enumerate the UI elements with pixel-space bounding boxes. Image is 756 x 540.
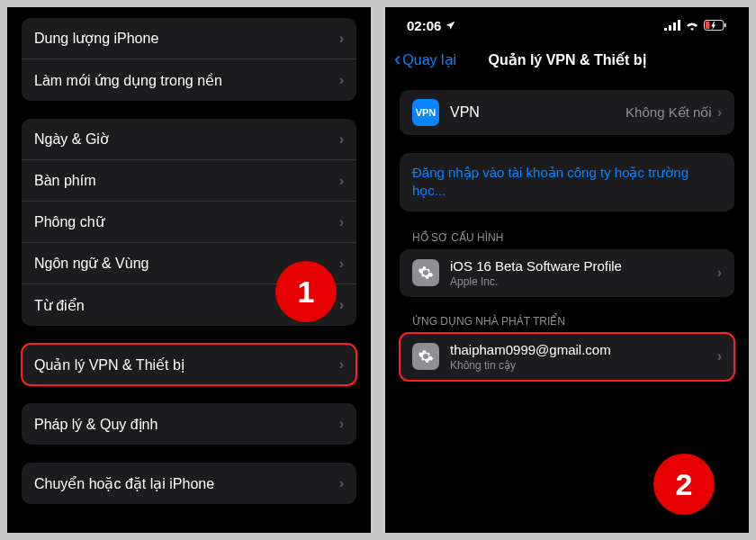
chevron-right-icon: › xyxy=(339,214,344,230)
settings-group-storage: Dung lượng iPhone › Làm mới ứng dụng tro… xyxy=(22,18,356,101)
svg-rect-1 xyxy=(669,25,671,31)
developer-subtitle: Không tin cậy xyxy=(450,359,717,372)
location-icon xyxy=(445,20,456,32)
sign-in-work-school[interactable]: Đăng nhập vào tài khoản công ty hoặc trư… xyxy=(400,153,734,212)
developer-title: thaipham0999@gmail.com xyxy=(450,342,717,357)
chevron-right-icon: › xyxy=(339,131,344,148)
row-fonts[interactable]: Phông chữ › xyxy=(22,202,356,243)
settings-group-legal: Pháp lý & Quy định › xyxy=(22,403,356,445)
row-label: Ngày & Giờ xyxy=(34,130,339,148)
back-button[interactable]: ‹ Quay lại xyxy=(394,48,456,71)
row-legal[interactable]: Pháp lý & Quy định › xyxy=(22,403,356,445)
section-header-profile: HỒ SƠ CẤU HÌNH xyxy=(400,231,734,249)
nav-bar: ‹ Quay lại Quản lý VPN & Thiết bị xyxy=(387,41,747,77)
row-background-refresh[interactable]: Làm mới ứng dụng trong nền › xyxy=(22,59,356,101)
row-label: Bàn phím xyxy=(34,173,339,189)
sign-in-label: Đăng nhập vào tài khoản công ty hoặc trư… xyxy=(412,165,688,198)
profile-group: iOS 16 Beta Software Profile Apple Inc. … xyxy=(400,249,734,297)
phone-left-settings-general: Dung lượng iPhone › Làm mới ứng dụng tro… xyxy=(7,7,371,533)
cellular-signal-icon xyxy=(664,20,680,31)
row-label: Phông chữ xyxy=(34,213,339,230)
status-time: 02:06 xyxy=(407,18,441,33)
settings-group-reset: Chuyển hoặc đặt lại iPhone › xyxy=(22,463,356,504)
row-label: Pháp lý & Quy định xyxy=(34,416,339,433)
gear-icon xyxy=(412,259,439,286)
vpn-icon: VPN xyxy=(412,99,439,126)
gear-icon xyxy=(412,343,439,370)
row-label: Quản lý VPN & Thiết bị xyxy=(34,356,339,374)
row-date-time[interactable]: Ngày & Giờ › xyxy=(22,119,356,160)
chevron-right-icon: › xyxy=(339,173,344,189)
row-value: Không Kết nối xyxy=(626,104,712,121)
chevron-left-icon: ‹ xyxy=(394,48,400,71)
svg-rect-0 xyxy=(664,28,667,31)
row-label: Dung lượng iPhone xyxy=(34,30,339,47)
step-badge-1: 1 xyxy=(275,261,337,322)
vpn-group: VPN VPN Không Kết nối › xyxy=(400,90,734,135)
row-label: VPN xyxy=(450,104,626,121)
step-badge-2: 2 xyxy=(653,454,715,515)
phone-right-vpn-device: 02:06 ‹ Quay lại Quản lý VPN & Thiết bị xyxy=(385,7,749,533)
settings-group-vpn-device: Quản lý VPN & Thiết bị › xyxy=(22,344,356,385)
chevron-right-icon: › xyxy=(339,72,344,88)
battery-icon xyxy=(704,20,727,32)
chevron-right-icon: › xyxy=(339,297,344,313)
chevron-right-icon: › xyxy=(717,104,722,121)
row-developer-app[interactable]: thaipham0999@gmail.com Không tin cậy › xyxy=(400,333,734,381)
nav-title: Quản lý VPN & Thiết bị xyxy=(488,51,645,68)
back-label: Quay lại xyxy=(402,51,456,68)
chevron-right-icon: › xyxy=(717,265,722,281)
wifi-icon xyxy=(685,20,699,31)
chevron-right-icon: › xyxy=(339,31,344,47)
section-header-developer: ỨNG DỤNG NHÀ PHÁT TRIỂN xyxy=(400,315,734,333)
developer-app-group: thaipham0999@gmail.com Không tin cậy › xyxy=(400,333,734,381)
row-label: Chuyển hoặc đặt lại iPhone xyxy=(34,475,339,492)
row-iphone-storage[interactable]: Dung lượng iPhone › xyxy=(22,18,356,59)
svg-rect-5 xyxy=(724,22,726,27)
status-bar: 02:06 xyxy=(387,9,747,41)
row-transfer-reset[interactable]: Chuyển hoặc đặt lại iPhone › xyxy=(22,463,356,504)
chevron-right-icon: › xyxy=(339,356,344,373)
chevron-right-icon: › xyxy=(339,256,344,272)
profile-title: iOS 16 Beta Software Profile xyxy=(450,258,717,274)
svg-rect-2 xyxy=(673,22,676,31)
row-config-profile[interactable]: iOS 16 Beta Software Profile Apple Inc. … xyxy=(400,249,734,297)
svg-rect-6 xyxy=(706,21,710,28)
row-label: Làm mới ứng dụng trong nền xyxy=(34,72,339,89)
chevron-right-icon: › xyxy=(339,475,344,491)
svg-rect-3 xyxy=(678,20,680,31)
row-vpn[interactable]: VPN VPN Không Kết nối › xyxy=(400,90,734,135)
row-vpn-device-management[interactable]: Quản lý VPN & Thiết bị › xyxy=(22,344,356,385)
chevron-right-icon: › xyxy=(717,348,722,364)
profile-subtitle: Apple Inc. xyxy=(450,275,717,288)
row-keyboard[interactable]: Bàn phím › xyxy=(22,160,356,202)
chevron-right-icon: › xyxy=(339,416,344,432)
